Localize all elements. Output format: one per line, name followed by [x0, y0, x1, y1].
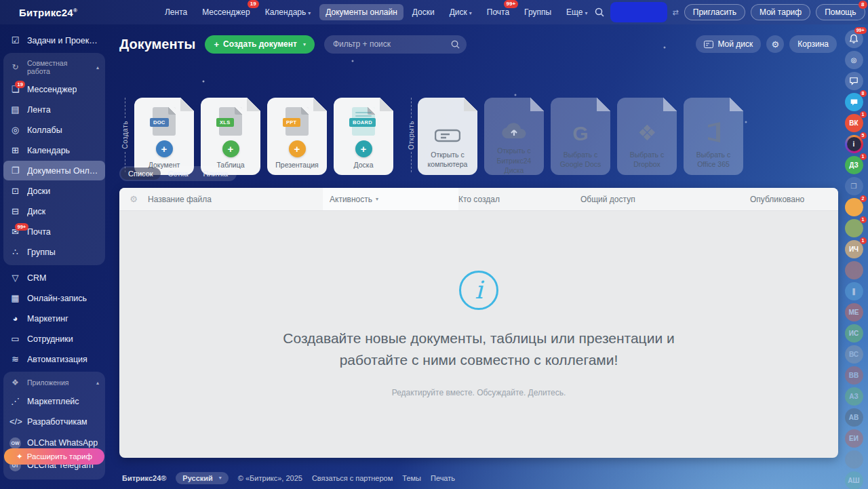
column-activity[interactable]: Активность▾: [323, 188, 458, 210]
collaboration-icon: ↻: [9, 62, 21, 72]
column-file-name[interactable]: Название файла: [148, 188, 323, 210]
column-creator[interactable]: Кто создал: [458, 188, 580, 210]
sidebar-item-employees[interactable]: ▭Сотрудники: [3, 329, 105, 349]
add-board-button[interactable]: +: [355, 140, 372, 157]
chevron-up-icon: ▴: [96, 380, 99, 386]
nav-boards[interactable]: Доски: [406, 4, 441, 20]
notifications-bell-icon[interactable]: 99+: [845, 30, 863, 48]
nav-calendar[interactable]: Календарь▾: [259, 4, 317, 20]
transfer-arrows-icon[interactable]: ⇄: [673, 8, 679, 17]
my-drive-button[interactable]: Мой диск: [696, 35, 761, 53]
sidebar-item-collabs[interactable]: ◎Коллабы: [3, 120, 105, 140]
search-icon[interactable]: [594, 7, 605, 18]
sidebar-item-developers[interactable]: </>Разработчикам: [3, 412, 105, 431]
contact-avatar[interactable]: ИС: [845, 324, 863, 343]
dz-channel-icon[interactable]: ДЗ1: [845, 156, 863, 174]
add-document-button[interactable]: +: [156, 140, 173, 157]
footer-print-link[interactable]: Печать: [431, 474, 455, 482]
contact-avatar[interactable]: ВВ: [845, 366, 863, 385]
sidebar-header-apps[interactable]: ❖Приложения▴: [3, 373, 105, 391]
column-shared-access[interactable]: Общий доступ: [580, 188, 750, 210]
sidebar-item-calendar[interactable]: ⊞Календарь: [3, 140, 105, 160]
open-section-label: Открыть: [406, 95, 416, 175]
filter-search-input[interactable]: [324, 35, 467, 54]
upgrade-plan-button[interactable]: ✦Расширить тариф: [4, 448, 104, 465]
documents-panel: ⚙ Название файла Активность▾ Кто создал …: [119, 188, 838, 458]
groups-icon: ∴: [9, 247, 21, 257]
sidebar-item-online-booking[interactable]: ▦Онлайн-запись: [3, 288, 105, 308]
open-from-computer-card[interactable]: Открыть с компьютера: [418, 98, 477, 175]
nav-groups[interactable]: Группы: [518, 4, 557, 20]
app-logo[interactable]: Битрикс24®: [19, 7, 77, 18]
pulse-icon[interactable]: ◎: [845, 51, 863, 69]
sidebar-item-automation[interactable]: ≋Автоматизация: [3, 349, 105, 369]
sidebar-item-boards[interactable]: ⊡Доски: [3, 181, 105, 201]
feedback-icon[interactable]: [845, 72, 863, 90]
add-presentation-button[interactable]: +: [289, 140, 306, 157]
sidebar-item-tasks[interactable]: ☑Задачи и Проекты: [3, 31, 105, 50]
contact-avatar[interactable]: ВС: [845, 345, 863, 364]
create-document-card[interactable]: DOC + Документ: [134, 98, 194, 175]
contact-avatar[interactable]: ИЧ1: [845, 240, 863, 258]
contact-avatar[interactable]: 2: [845, 198, 863, 216]
columns-settings-gear-icon[interactable]: ⚙: [119, 188, 148, 210]
language-selector[interactable]: Русский▾: [176, 472, 228, 484]
sidebar-item-documents-online[interactable]: ❐Документы Онлайн: [3, 161, 105, 180]
choose-from-office365-card[interactable]: Выбрать с Office 365: [684, 98, 743, 175]
empty-state: i Создавайте новые документы, таблицы ил…: [119, 211, 838, 457]
invite-button[interactable]: Пригласить: [684, 4, 745, 20]
board-icon: ⊡: [9, 186, 21, 196]
contact-avatar[interactable]: [845, 450, 863, 469]
sidebar-item-drive[interactable]: ⊟Диск: [3, 201, 105, 221]
nav-mail[interactable]: Почта99+: [481, 4, 515, 20]
messenger-badge: 19: [248, 0, 259, 8]
sidebar-item-groups[interactable]: ∴Группы: [3, 242, 105, 262]
contact-avatar[interactable]: АЗ: [845, 387, 863, 406]
contact-avatar[interactable]: АВ: [845, 408, 863, 427]
contact-avatar[interactable]: МЕ: [845, 303, 863, 321]
trash-button[interactable]: Корзина: [789, 35, 837, 53]
sidebar-item-marketing[interactable]: ◕Маркетинг: [3, 309, 105, 328]
messenger-chat-icon[interactable]: 8: [845, 93, 863, 111]
settings-gear-button[interactable]: ⚙: [766, 35, 784, 53]
nav-feed[interactable]: Лента: [159, 4, 193, 20]
vk-channel-icon[interactable]: ВК1: [845, 114, 863, 132]
column-published[interactable]: Опубликовано: [750, 188, 838, 210]
add-spreadsheet-button[interactable]: +: [222, 140, 239, 157]
choose-from-google-docs-card[interactable]: G Выбрать с Google Docs: [551, 98, 610, 175]
app-icon[interactable]: ❐: [845, 177, 863, 195]
nav-documents-online[interactable]: Документы онлайн: [319, 4, 403, 20]
contact-avatar[interactable]: 1: [845, 219, 863, 237]
create-board-card[interactable]: BOARD + Доска: [334, 98, 393, 175]
choose-from-dropbox-card[interactable]: ❖ Выбрать с Dropbox: [617, 98, 677, 175]
automation-icon: ≋: [9, 354, 21, 364]
sidebar-header-collaboration[interactable]: ↻Совместная работа▴: [3, 54, 105, 79]
search-icon[interactable]: [450, 39, 460, 50]
empty-state-subtitle: Редактируйте вместе. Обсуждайте. Делитес…: [392, 388, 566, 397]
bookmark-channel-icon[interactable]: ❚: [845, 282, 863, 300]
feed-icon: ▤: [9, 104, 21, 115]
sidebar-item-crm[interactable]: ▽CRM: [3, 268, 105, 288]
sidebar-item-mail[interactable]: ✉99+Почта: [3, 222, 105, 241]
sidebar-item-marketplace[interactable]: ⋰Маркетплейс: [3, 391, 105, 411]
help-button[interactable]: Помощь8: [816, 4, 865, 20]
nav-more[interactable]: Еще▾: [560, 4, 593, 20]
code-icon: </>: [9, 416, 21, 427]
contact-avatar[interactable]: [845, 261, 863, 279]
my-plan-button[interactable]: Мой тариф: [751, 4, 810, 20]
footer-brand[interactable]: Битрикс24®: [122, 474, 166, 482]
nav-messenger[interactable]: Мессенджер19: [196, 4, 256, 20]
footer-themes-link[interactable]: Темы: [402, 474, 421, 482]
instagram-channel-icon[interactable]: i5: [845, 135, 863, 153]
create-spreadsheet-card[interactable]: XLS + Таблица: [201, 98, 260, 175]
sidebar-item-messenger[interactable]: ❏19Мессенджер: [3, 79, 105, 99]
contact-avatar[interactable]: ЕИ: [845, 429, 863, 448]
contact-avatar[interactable]: АШ: [845, 471, 863, 489]
footer-partner-link[interactable]: Связаться с партнером: [312, 474, 393, 482]
open-from-bitrix-drive-card[interactable]: Открыть с Битрикс24 Диска: [484, 98, 544, 175]
create-document-button[interactable]: + Создать документ ▾: [205, 35, 314, 54]
nav-drive[interactable]: Диск▾: [443, 4, 478, 20]
sidebar-item-feed[interactable]: ▤Лента: [3, 100, 105, 119]
office365-icon: [703, 113, 724, 144]
create-presentation-card[interactable]: PPT + Презентация: [267, 98, 327, 175]
